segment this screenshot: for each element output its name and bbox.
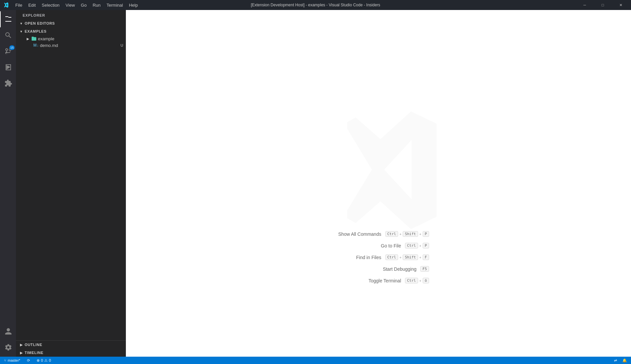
statusbar: ⑂ master* ⟳ ⊗ 0 ⚠ 0 ⇌ 🔔 (0, 357, 631, 364)
folder-icon (31, 36, 37, 41)
menu-selection[interactable]: Selection (39, 2, 62, 8)
outline-chevron: ▶ (19, 342, 24, 347)
example-folder-label: example (38, 36, 123, 41)
command-label[interactable]: Toggle Terminal (348, 278, 401, 283)
command-keys: Ctrl+Shift+F (385, 254, 429, 260)
bell-icon: 🔔 (622, 358, 627, 363)
command-keys: Ctrl+P (405, 243, 429, 248)
activity-bar: 15 (0, 10, 16, 357)
outline-label: Outline (25, 343, 42, 347)
demo-md-item[interactable]: M↓ demo.md U (16, 42, 126, 49)
editor-area: Show All CommandsCtrl+Shift+PGo to FileC… (126, 10, 631, 357)
menu-terminal[interactable]: Terminal (104, 2, 126, 8)
command-keys: F5 (421, 266, 429, 272)
key-separator: + (399, 232, 401, 236)
maximize-button[interactable]: □ (595, 0, 610, 10)
welcome-commands: Show All CommandsCtrl+Shift+PGo to FileC… (328, 231, 429, 283)
demo-md-label: demo.md (40, 43, 121, 48)
command-keys: Ctrl+Shift+P (385, 231, 429, 237)
notification-bell[interactable]: 🔔 (621, 357, 628, 364)
warning-icon: ⚠ (44, 358, 48, 363)
key-badge: Ctrl (405, 278, 418, 283)
open-editors-label: Open Editors (25, 21, 55, 25)
errors-status[interactable]: ⊗ 0 ⚠ 0 (35, 357, 52, 364)
vscode-logo-icon (3, 2, 9, 8)
activity-source-control[interactable]: 15 (0, 43, 16, 59)
examples-label: Examples (25, 29, 47, 33)
demo-md-badge: U (121, 43, 123, 47)
git-branch-icon: ⑂ (4, 358, 6, 362)
command-row: Find in FilesCtrl+Shift+F (328, 254, 429, 260)
menu-bar: File Edit Selection View Go Run Terminal… (13, 2, 141, 8)
minimize-button[interactable]: ─ (577, 0, 592, 10)
activity-bar-bottom (0, 323, 16, 357)
sidebar-content: ▾ Open Editors ▾ Examples ▶ example (16, 19, 126, 340)
remote-status[interactable]: ⇌ (613, 357, 618, 364)
menu-go[interactable]: Go (78, 2, 89, 8)
example-folder-chevron: ▶ (25, 36, 31, 41)
timeline-chevron: ▶ (19, 350, 24, 355)
extensions-icon (4, 79, 12, 87)
key-separator: + (419, 232, 421, 236)
gear-icon (4, 343, 12, 351)
key-badge: ö (423, 278, 429, 283)
key-separator: + (399, 255, 401, 259)
key-badge: Shift (403, 254, 418, 260)
activity-account[interactable] (0, 323, 16, 339)
menu-run[interactable]: Run (90, 2, 103, 8)
command-row: Go to FileCtrl+P (328, 243, 429, 248)
activity-search[interactable] (0, 27, 16, 43)
branch-status[interactable]: ⑂ master* (3, 357, 22, 364)
key-separator: + (419, 244, 421, 248)
error-count: 0 (41, 358, 43, 362)
command-row: Start DebuggingF5 (328, 266, 429, 272)
account-icon (4, 327, 12, 335)
vscode-watermark-icon (312, 103, 445, 236)
command-label[interactable]: Go to File (348, 243, 401, 248)
search-icon (4, 31, 12, 39)
example-folder-item[interactable]: ▶ example (16, 35, 126, 42)
command-row: Toggle TerminalCtrl+ö (328, 278, 429, 283)
command-label[interactable]: Find in Files (328, 255, 381, 260)
key-badge: Ctrl (405, 243, 418, 248)
examples-section[interactable]: ▾ Examples (16, 27, 126, 35)
timeline-label: Timeline (25, 351, 44, 355)
open-editors-section[interactable]: ▾ Open Editors (16, 19, 126, 27)
activity-settings[interactable] (0, 339, 16, 355)
key-badge: F5 (421, 266, 429, 272)
activity-run[interactable] (0, 59, 16, 75)
welcome-logo (312, 103, 445, 237)
sync-status[interactable]: ⟳ (26, 357, 31, 364)
menu-help[interactable]: Help (126, 2, 141, 8)
key-badge: Ctrl (385, 231, 398, 237)
menu-view[interactable]: View (63, 2, 78, 8)
key-badge: P (423, 243, 429, 248)
remote-icon: ⇌ (614, 358, 617, 363)
key-separator: + (419, 279, 421, 283)
sidebar: Explorer ▾ Open Editors ▾ Examples ▶ e (16, 10, 126, 357)
run-icon (4, 63, 12, 71)
menu-edit[interactable]: Edit (26, 2, 38, 8)
command-label[interactable]: Show All Commands (328, 231, 381, 237)
menu-file[interactable]: File (13, 2, 25, 8)
warning-count: 0 (49, 358, 51, 362)
key-badge: Ctrl (385, 254, 398, 260)
window-title: [Extension Development Host] - examples … (251, 3, 380, 7)
error-icon: ⊗ (37, 358, 40, 363)
activity-extensions[interactable] (0, 75, 16, 91)
close-button[interactable]: ✕ (613, 0, 628, 10)
files-icon (4, 15, 12, 23)
sidebar-title: Explorer (16, 10, 126, 19)
window-controls: ─ □ ✕ (577, 0, 628, 10)
statusbar-right: ⇌ 🔔 (613, 357, 628, 364)
open-editors-chevron: ▾ (19, 21, 24, 26)
outline-section[interactable]: ▶ Outline (16, 341, 126, 349)
command-label[interactable]: Start Debugging (363, 266, 417, 272)
activity-explorer[interactable] (0, 11, 16, 27)
key-badge: Shift (403, 231, 418, 237)
key-separator: + (419, 255, 421, 259)
command-keys: Ctrl+ö (405, 278, 429, 283)
source-control-badge: 15 (9, 45, 15, 50)
timeline-section[interactable]: ▶ Timeline (16, 349, 126, 357)
main-layout: 15 (0, 10, 631, 357)
